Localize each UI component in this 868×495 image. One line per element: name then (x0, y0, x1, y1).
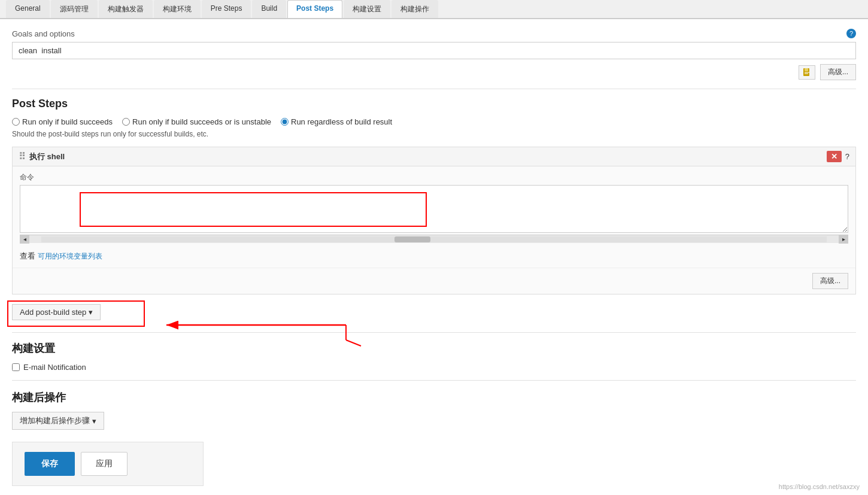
main-content: Goals and options ? 高级... Post Steps (0, 19, 868, 495)
tab-trigger[interactable]: 构建触发器 (99, 0, 153, 18)
radio-regardless[interactable] (281, 118, 289, 126)
radio-build-succeeds-unstable[interactable] (122, 118, 130, 126)
email-notification-label[interactable]: E-mail Notification (23, 363, 86, 372)
radio-group: Run only if build succeeds Run only if b… (12, 117, 856, 126)
post-steps-section: Post Steps Run only if build succeeds Ru… (12, 98, 856, 320)
command-field-label: 命令 (20, 172, 848, 183)
divider-2 (12, 332, 856, 333)
scroll-right-arrow[interactable]: ▸ (839, 235, 848, 244)
shell-card-body: 命令 ◂ ▸ 查看 可用的环境变量 (13, 166, 855, 268)
tab-pre-steps[interactable]: Pre Steps (202, 0, 251, 18)
scrollbar-track[interactable] (41, 236, 827, 242)
email-notification-checkbox[interactable] (12, 363, 20, 371)
drag-handle-icon[interactable]: ⠿ (19, 151, 26, 162)
tab-build-settings[interactable]: 构建设置 (344, 0, 390, 18)
tab-build-actions[interactable]: 构建操作 (391, 0, 438, 18)
divider-3 (12, 380, 856, 381)
post-steps-title: Post Steps (12, 98, 856, 110)
advanced-button[interactable]: 高级... (820, 64, 856, 80)
toolbar-row: 高级... (12, 64, 856, 80)
file-icon-button[interactable] (799, 65, 815, 80)
add-post-actions-label: 增加构建后操作步骤 (20, 415, 90, 426)
delete-button[interactable]: ✕ (827, 151, 842, 162)
add-post-build-step-arrow-icon: ▾ (89, 308, 93, 317)
shell-title-text: 执行 shell (29, 151, 65, 162)
tab-general[interactable]: General (6, 0, 50, 18)
goals-label-text: Goals and options (12, 29, 75, 38)
radio-label-2-text: Run only if build succeeds or is unstabl… (132, 117, 271, 126)
radio-build-succeeds[interactable] (12, 118, 20, 126)
goals-help-icon[interactable]: ? (846, 29, 856, 38)
post-actions-section: 构建后操作 增加构建后操作步骤 ▾ (12, 390, 856, 430)
command-textarea-wrapper (20, 185, 848, 235)
add-post-actions-arrow-icon: ▾ (92, 417, 96, 426)
radio-label-2[interactable]: Run only if build succeeds or is unstabl… (122, 117, 271, 126)
shell-card: ⠿ 执行 shell ✕ ? 命令 ◂ (12, 147, 856, 294)
shell-card-header: ⠿ 执行 shell ✕ ? (13, 147, 855, 166)
goals-section-label: Goals and options ? (12, 29, 856, 38)
add-post-build-step-button[interactable]: Add post-build step ▾ (12, 304, 101, 320)
build-settings-section: 构建设置 E-mail Notification (12, 341, 856, 372)
add-post-actions-button[interactable]: 增加构建后操作步骤 ▾ (12, 412, 104, 430)
shell-card-footer: 高级... (13, 268, 855, 294)
save-row: 保存 应用 (12, 442, 204, 486)
tab-build[interactable]: Build (252, 0, 286, 18)
add-post-step-row: Add post-build step ▾ (12, 304, 856, 320)
radio-label-3[interactable]: Run regardless of build result (281, 117, 392, 126)
email-checkbox-group: E-mail Notification (12, 363, 856, 372)
command-textarea[interactable] (20, 185, 848, 233)
radio-description: Should the post-build steps run only for… (12, 130, 856, 138)
shell-advanced-button[interactable]: 高级... (812, 273, 848, 289)
radio-label-1-text: Run only if build succeeds (22, 117, 113, 126)
file-icon (802, 68, 812, 77)
divider-1 (12, 89, 856, 89)
tab-bar: General 源码管理 构建触发器 构建环境 Pre Steps Build … (0, 0, 868, 19)
env-link-row: 查看 可用的环境变量列表 (20, 248, 848, 262)
goals-input[interactable] (12, 42, 856, 59)
build-settings-title: 构建设置 (12, 341, 856, 356)
scrollbar-thumb (394, 236, 430, 242)
save-button[interactable]: 保存 (25, 452, 75, 476)
tab-source[interactable]: 源码管理 (51, 0, 98, 18)
card-header-right: ✕ ? (827, 151, 849, 162)
env-link[interactable]: 可用的环境变量列表 (38, 251, 102, 262)
radio-label-3-text: Run regardless of build result (291, 117, 392, 126)
scrollbar-row: ◂ ▸ (20, 235, 848, 243)
tab-build-env[interactable]: 构建环境 (154, 0, 201, 18)
shell-help-icon[interactable]: ? (845, 152, 849, 161)
apply-button[interactable]: 应用 (81, 452, 128, 476)
watermark: https://blog.csdn.net/saxzxy (779, 483, 860, 490)
scroll-left-arrow[interactable]: ◂ (20, 235, 29, 244)
svg-rect-1 (805, 68, 808, 71)
add-post-build-step-label: Add post-build step (20, 308, 86, 317)
shell-card-title: ⠿ 执行 shell (19, 151, 65, 162)
env-link-prefix: 查看 (20, 251, 35, 260)
radio-label-1[interactable]: Run only if build succeeds (12, 117, 113, 126)
post-actions-title: 构建后操作 (12, 390, 856, 405)
tab-post-steps[interactable]: Post Steps (287, 0, 342, 18)
